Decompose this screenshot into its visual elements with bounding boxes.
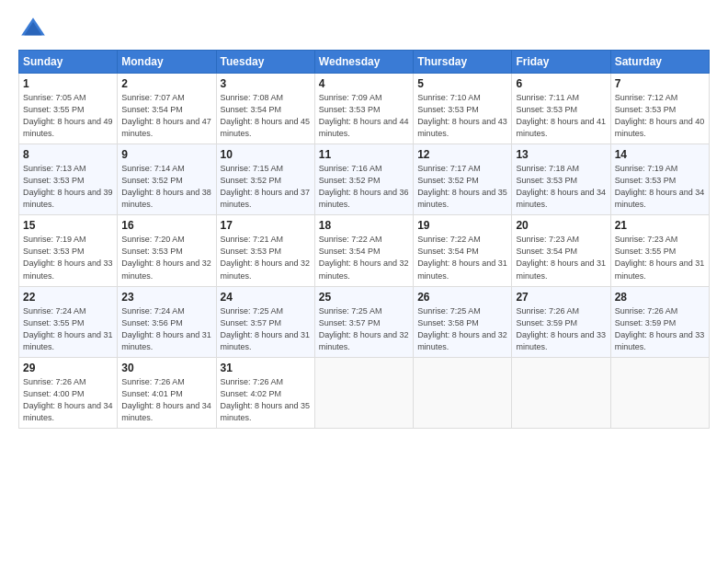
day-detail: Sunrise: 7:22 AMSunset: 3:54 PMDaylight:… (319, 235, 409, 280)
day-number: 28 (615, 291, 705, 304)
day-number: 31 (221, 362, 311, 374)
day-detail: Sunrise: 7:26 AMSunset: 3:59 PMDaylight:… (615, 306, 705, 351)
day-detail: Sunrise: 7:16 AMSunset: 3:52 PMDaylight:… (319, 164, 409, 209)
day-detail: Sunrise: 7:23 AMSunset: 3:55 PMDaylight:… (615, 235, 705, 280)
day-detail: Sunrise: 7:19 AMSunset: 3:53 PMDaylight:… (23, 235, 113, 280)
week-row-4: 22Sunrise: 7:24 AMSunset: 3:55 PMDayligh… (19, 286, 710, 357)
logo-icon (18, 15, 48, 44)
day-detail: Sunrise: 7:26 AMSunset: 4:01 PMDaylight:… (121, 377, 211, 422)
day-detail: Sunrise: 7:08 AMSunset: 3:54 PMDaylight:… (221, 93, 311, 138)
day-cell: 20Sunrise: 7:23 AMSunset: 3:54 PMDayligh… (512, 215, 610, 286)
header (18, 15, 710, 44)
day-cell: 18Sunrise: 7:22 AMSunset: 3:54 PMDayligh… (314, 215, 413, 286)
calendar-body: 1Sunrise: 7:05 AMSunset: 3:55 PMDaylight… (19, 74, 710, 429)
column-header-monday: Monday (118, 51, 216, 74)
day-detail: Sunrise: 7:09 AMSunset: 3:53 PMDaylight:… (319, 93, 409, 138)
day-detail: Sunrise: 7:25 AMSunset: 3:58 PMDaylight:… (417, 306, 507, 351)
column-header-tuesday: Tuesday (216, 51, 314, 74)
day-number: 11 (319, 148, 409, 161)
day-number: 24 (221, 291, 311, 304)
day-number: 4 (319, 77, 409, 90)
week-row-1: 1Sunrise: 7:05 AMSunset: 3:55 PMDaylight… (19, 74, 710, 144)
day-number: 3 (221, 77, 311, 90)
day-cell (512, 357, 610, 428)
day-detail: Sunrise: 7:22 AMSunset: 3:54 PMDaylight:… (417, 235, 507, 280)
calendar-header: SundayMondayTuesdayWednesdayThursdayFrid… (19, 51, 710, 74)
day-number: 22 (23, 291, 113, 304)
day-cell: 2Sunrise: 7:07 AMSunset: 3:54 PMDaylight… (118, 74, 216, 144)
day-number: 10 (221, 148, 311, 161)
day-number: 20 (516, 219, 606, 232)
day-detail: Sunrise: 7:26 AMSunset: 4:00 PMDaylight:… (23, 377, 113, 422)
day-detail: Sunrise: 7:05 AMSunset: 3:55 PMDaylight:… (23, 93, 113, 138)
day-number: 25 (319, 291, 409, 304)
day-cell: 19Sunrise: 7:22 AMSunset: 3:54 PMDayligh… (414, 215, 512, 286)
day-detail: Sunrise: 7:24 AMSunset: 3:55 PMDaylight:… (23, 306, 113, 351)
page-container: SundayMondayTuesdayWednesdayThursdayFrid… (0, 0, 728, 438)
day-cell: 16Sunrise: 7:20 AMSunset: 3:53 PMDayligh… (118, 215, 216, 286)
day-detail: Sunrise: 7:25 AMSunset: 3:57 PMDaylight:… (319, 306, 409, 351)
day-cell: 14Sunrise: 7:19 AMSunset: 3:53 PMDayligh… (610, 144, 709, 215)
day-number: 23 (121, 291, 211, 304)
day-cell: 11Sunrise: 7:16 AMSunset: 3:52 PMDayligh… (314, 144, 413, 215)
day-number: 21 (615, 219, 705, 232)
day-cell: 7Sunrise: 7:12 AMSunset: 3:53 PMDaylight… (610, 74, 709, 144)
day-number: 13 (516, 148, 606, 161)
day-number: 27 (516, 291, 606, 304)
day-number: 17 (221, 219, 311, 232)
day-number: 30 (121, 362, 211, 374)
day-cell: 27Sunrise: 7:26 AMSunset: 3:59 PMDayligh… (512, 286, 610, 357)
day-cell: 8Sunrise: 7:13 AMSunset: 3:53 PMDaylight… (19, 144, 118, 215)
day-cell: 17Sunrise: 7:21 AMSunset: 3:53 PMDayligh… (216, 215, 314, 286)
day-number: 18 (319, 219, 409, 232)
day-cell: 30Sunrise: 7:26 AMSunset: 4:01 PMDayligh… (118, 357, 216, 428)
day-detail: Sunrise: 7:11 AMSunset: 3:53 PMDaylight:… (516, 93, 606, 138)
day-cell: 5Sunrise: 7:10 AMSunset: 3:53 PMDaylight… (414, 74, 512, 144)
day-number: 15 (23, 219, 113, 232)
day-detail: Sunrise: 7:17 AMSunset: 3:52 PMDaylight:… (417, 164, 507, 209)
day-number: 8 (23, 148, 113, 161)
day-number: 7 (615, 77, 705, 90)
week-row-5: 29Sunrise: 7:26 AMSunset: 4:00 PMDayligh… (19, 357, 710, 428)
day-detail: Sunrise: 7:19 AMSunset: 3:53 PMDaylight:… (615, 164, 705, 209)
day-detail: Sunrise: 7:25 AMSunset: 3:57 PMDaylight:… (221, 306, 311, 351)
column-header-thursday: Thursday (414, 51, 512, 74)
day-cell: 21Sunrise: 7:23 AMSunset: 3:55 PMDayligh… (610, 215, 709, 286)
day-detail: Sunrise: 7:23 AMSunset: 3:54 PMDaylight:… (516, 235, 606, 280)
column-header-saturday: Saturday (610, 51, 709, 74)
day-detail: Sunrise: 7:21 AMSunset: 3:53 PMDaylight:… (221, 235, 311, 280)
day-cell: 1Sunrise: 7:05 AMSunset: 3:55 PMDaylight… (19, 74, 118, 144)
week-row-3: 15Sunrise: 7:19 AMSunset: 3:53 PMDayligh… (19, 215, 710, 286)
day-cell: 22Sunrise: 7:24 AMSunset: 3:55 PMDayligh… (19, 286, 118, 357)
day-number: 29 (23, 362, 113, 374)
day-detail: Sunrise: 7:10 AMSunset: 3:53 PMDaylight:… (417, 93, 507, 138)
day-detail: Sunrise: 7:12 AMSunset: 3:53 PMDaylight:… (615, 93, 705, 138)
day-cell: 4Sunrise: 7:09 AMSunset: 3:53 PMDaylight… (314, 74, 413, 144)
day-cell (610, 357, 709, 428)
day-detail: Sunrise: 7:26 AMSunset: 3:59 PMDaylight:… (516, 306, 606, 351)
day-cell: 6Sunrise: 7:11 AMSunset: 3:53 PMDaylight… (512, 74, 610, 144)
calendar-table: SundayMondayTuesdayWednesdayThursdayFrid… (18, 50, 710, 429)
day-cell: 28Sunrise: 7:26 AMSunset: 3:59 PMDayligh… (610, 286, 709, 357)
day-number: 26 (417, 291, 507, 304)
day-cell (314, 357, 413, 428)
day-cell: 23Sunrise: 7:24 AMSunset: 3:56 PMDayligh… (118, 286, 216, 357)
day-cell: 12Sunrise: 7:17 AMSunset: 3:52 PMDayligh… (414, 144, 512, 215)
day-detail: Sunrise: 7:18 AMSunset: 3:53 PMDaylight:… (516, 164, 606, 209)
day-cell: 10Sunrise: 7:15 AMSunset: 3:52 PMDayligh… (216, 144, 314, 215)
day-cell: 29Sunrise: 7:26 AMSunset: 4:00 PMDayligh… (19, 357, 118, 428)
day-number: 5 (417, 77, 507, 90)
day-number: 6 (516, 77, 606, 90)
day-cell: 25Sunrise: 7:25 AMSunset: 3:57 PMDayligh… (314, 286, 413, 357)
day-detail: Sunrise: 7:07 AMSunset: 3:54 PMDaylight:… (121, 93, 211, 138)
day-cell (414, 357, 512, 428)
day-cell: 13Sunrise: 7:18 AMSunset: 3:53 PMDayligh… (512, 144, 610, 215)
week-row-2: 8Sunrise: 7:13 AMSunset: 3:53 PMDaylight… (19, 144, 710, 215)
day-cell: 3Sunrise: 7:08 AMSunset: 3:54 PMDaylight… (216, 74, 314, 144)
day-cell: 31Sunrise: 7:26 AMSunset: 4:02 PMDayligh… (216, 357, 314, 428)
column-header-friday: Friday (512, 51, 610, 74)
day-detail: Sunrise: 7:26 AMSunset: 4:02 PMDaylight:… (221, 377, 311, 422)
day-number: 9 (121, 148, 211, 161)
day-cell: 15Sunrise: 7:19 AMSunset: 3:53 PMDayligh… (19, 215, 118, 286)
day-number: 12 (417, 148, 507, 161)
